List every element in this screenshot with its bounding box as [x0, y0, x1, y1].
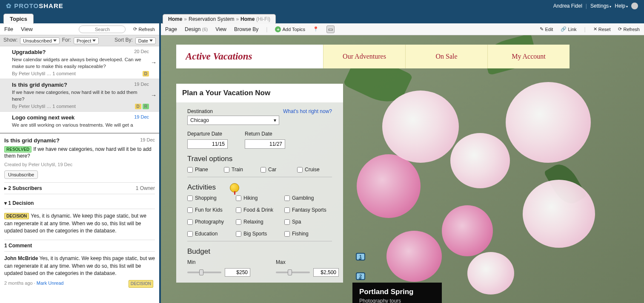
arrow-icon: →: [151, 59, 157, 66]
chk-activity[interactable]: Hiking: [236, 195, 283, 201]
menu-view[interactable]: View: [21, 26, 33, 32]
chk-plane[interactable]: Plane: [187, 167, 222, 173]
settings-menu[interactable]: Settings▾: [590, 3, 611, 9]
subscribers-toggle[interactable]: ▸ 2 Subscribers: [4, 185, 42, 191]
sort-select[interactable]: Date: [135, 37, 156, 44]
nav-sale[interactable]: On Sale: [405, 45, 487, 68]
decision-badge: DECISION: [4, 213, 29, 219]
max-input[interactable]: [313, 268, 339, 277]
app-logo: ✿ PROTOSHARE: [6, 2, 63, 10]
add-topics-button[interactable]: +Add Topics: [275, 26, 305, 32]
refresh-icon: ⟳: [133, 26, 137, 32]
resolved-badge: RESOLVED: [4, 146, 31, 153]
plus-icon: +: [275, 26, 281, 32]
design-canvas[interactable]: Active Vacations Our Adventures On Sale …: [161, 35, 644, 303]
chk-activity[interactable]: Spa: [284, 219, 335, 225]
chk-activity[interactable]: Fishing: [284, 231, 335, 237]
hot-link[interactable]: What's hot right now?: [283, 108, 332, 114]
chk-cruise[interactable]: Cruise: [297, 167, 332, 173]
chk-activity[interactable]: Education: [187, 231, 234, 237]
topic-detail: 19 Dec Is this grid dynamic? RESOLVEDIf …: [0, 133, 159, 303]
nav-account[interactable]: My Account: [487, 45, 570, 68]
pencil-icon: ✎: [540, 26, 544, 32]
refresh-button[interactable]: ⟳Refresh: [133, 26, 155, 32]
return-input[interactable]: [245, 139, 285, 149]
chk-activity[interactable]: Relaxing: [236, 219, 283, 225]
annotation-marker[interactable]: 2: [356, 272, 365, 280]
chk-activity[interactable]: Food & Drink: [236, 207, 283, 213]
destination-select[interactable]: Chicago▾: [187, 116, 279, 125]
mark-unread-link[interactable]: Mark Unread: [37, 280, 64, 286]
search-input[interactable]: [79, 25, 126, 33]
max-slider[interactable]: [276, 272, 310, 273]
nav-adventures[interactable]: Our Adventures: [323, 45, 405, 68]
annotation-marker[interactable]: 1: [356, 253, 365, 261]
tb-browse[interactable]: Browse By: [234, 26, 258, 32]
unsubscribe-button[interactable]: Unsubscribe: [4, 170, 38, 179]
chk-activity[interactable]: Gambling: [284, 195, 335, 201]
pushpin-icon[interactable]: [230, 183, 239, 193]
tb-view[interactable]: View: [215, 26, 226, 32]
tab-topics[interactable]: Topics: [3, 14, 34, 24]
topic-item[interactable]: 19 Dec Is this grid dynamic? If we have …: [0, 79, 159, 112]
chk-car[interactable]: Car: [260, 167, 295, 173]
pin-toggle[interactable]: 📍: [313, 26, 319, 32]
edit-button[interactable]: ✎Edit: [540, 26, 553, 32]
topic-item[interactable]: 20 Dec Upgradable? New calendar widgets …: [0, 46, 159, 79]
chk-activity[interactable]: Fun for Kids: [187, 207, 234, 213]
arrow-icon: →: [151, 92, 157, 99]
annotation-toggle[interactable]: ▭: [326, 25, 335, 33]
breadcrumb[interactable]: Home»Reservation System»Home (Hi-Fi): [163, 14, 276, 24]
search-form: Plan a Your Vacation Now What's hot righ…: [176, 84, 343, 283]
tb-design[interactable]: Design (6): [185, 26, 208, 32]
help-menu[interactable]: Help▾: [615, 3, 628, 9]
menu-file[interactable]: File: [4, 26, 13, 32]
min-input[interactable]: [225, 268, 250, 277]
show-select[interactable]: Unsubscribed: [20, 37, 59, 44]
avatar[interactable]: [631, 3, 638, 9]
x-icon: ✕: [593, 26, 597, 32]
refresh-button[interactable]: ⟳Refresh: [618, 26, 640, 32]
min-slider[interactable]: [187, 272, 221, 273]
feature-card[interactable]: Portland Spring Photography tours: [352, 283, 442, 303]
reset-button[interactable]: ✕Reset: [593, 26, 611, 32]
chk-train[interactable]: Train: [224, 167, 259, 173]
for-select[interactable]: Project: [74, 37, 99, 44]
user-name[interactable]: Andrea Fidel: [553, 3, 582, 9]
decision-toggle[interactable]: ▾ 1 Decision: [4, 200, 34, 206]
decision-badge: DECISION: [129, 280, 153, 288]
link-button[interactable]: 🔗Link: [561, 26, 576, 32]
chk-activity[interactable]: Big Sports: [236, 231, 283, 237]
link-icon: 🔗: [561, 26, 567, 32]
chk-activity[interactable]: Photography: [187, 219, 234, 225]
chk-activity[interactable]: Fantasy Sports: [284, 207, 335, 213]
departure-input[interactable]: [187, 139, 228, 149]
chk-activity[interactable]: Shopping: [187, 195, 234, 201]
topic-list: 20 Dec Upgradable? New calendar widgets …: [0, 46, 159, 133]
topic-item[interactable]: 19 Dec Logo coming next week We are stil…: [0, 112, 159, 133]
decision-badge: D: [143, 71, 149, 76]
tb-page[interactable]: Page: [165, 26, 177, 32]
refresh-icon: ⟳: [618, 26, 622, 32]
brand-title: Active Vacations: [176, 45, 323, 68]
